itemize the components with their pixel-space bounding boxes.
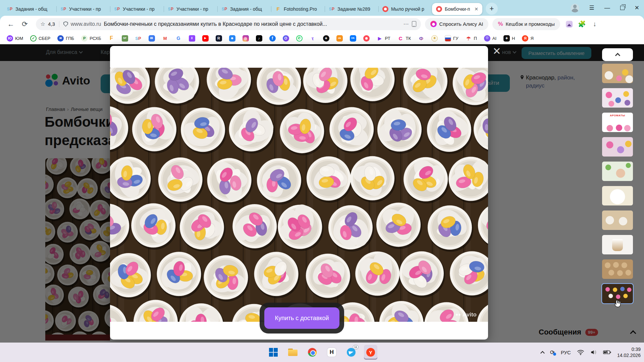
gallery-thumbnail[interactable] <box>602 210 633 230</box>
battery-charging-icon[interactable] <box>603 350 611 355</box>
bookmark[interactable]: G <box>175 35 182 42</box>
h-app-button[interactable]: H <box>325 345 338 360</box>
downloads-icon[interactable]: ↓ <box>591 20 598 28</box>
yandex-browser-button[interactable]: Y <box>364 345 377 360</box>
clock-time[interactable]: 0:39 <box>617 346 641 352</box>
bookmark-icon: f <box>269 35 276 42</box>
mouse-hand-cursor <box>613 299 622 308</box>
bookmark[interactable]: ‖ <box>189 35 195 42</box>
tab-title: Задания - общ <box>230 6 267 12</box>
bookmark-icon: O <box>283 35 289 42</box>
bookmark[interactable]: ✆ <box>296 35 303 42</box>
address-bar[interactable]: ☆ 4,3 www.avito.ru Бомбочки-печеньки с п… <box>36 18 421 30</box>
cashback-button[interactable]: % Кешбэк и промокоды <box>492 18 560 30</box>
tab-title: Fotohosting.Pro <box>284 6 321 12</box>
bookmark[interactable]: ГУ <box>445 35 458 42</box>
bookmark[interactable]: M <box>162 35 168 42</box>
browser-tab[interactable]: SP Задания - общ <box>217 3 271 15</box>
buy-with-delivery-button[interactable]: Купить с доставкой <box>264 307 339 329</box>
bookmark[interactable]: ✦ <box>323 35 329 42</box>
bookmark[interactable]: ▶ РТ <box>377 35 390 42</box>
bookmark[interactable]: F <box>108 35 115 42</box>
site-url[interactable]: www.avito.ru <box>71 21 101 27</box>
clock-date[interactable]: 14.02.2026 <box>617 352 641 358</box>
browser-tab[interactable]: SP Участники - пр <box>56 3 110 15</box>
gallery-thumbnail[interactable] <box>602 235 633 254</box>
bookmark[interactable] <box>363 35 370 42</box>
bookmark[interactable]: ◎ <box>243 35 249 42</box>
browser-tab[interactable]: SP Задание №289 <box>325 3 378 15</box>
tray-expand-icon[interactable] <box>540 351 545 355</box>
bookmark[interactable]: R <box>216 35 222 42</box>
bookmark[interactable]: Р РСХБ <box>81 35 101 42</box>
volume-icon[interactable] <box>590 349 597 355</box>
ask-alice-button[interactable]: Спросить Алису AI <box>425 18 489 30</box>
browser-tab[interactable]: F Fotohosting.Pro <box>271 3 325 15</box>
reload-button[interactable]: ⟳ <box>22 20 28 28</box>
gallery-thumbnail[interactable] <box>602 88 633 108</box>
new-tab-button[interactable]: + <box>486 3 498 15</box>
lightbox-close-icon[interactable]: ✕ <box>491 45 503 57</box>
bookmark[interactable]: С ТК <box>397 35 411 42</box>
tab-favicon: SP <box>168 6 174 12</box>
extensions-icon[interactable]: 🧩 <box>578 20 586 28</box>
bookmark[interactable]: ✶ <box>431 35 438 42</box>
bookmark[interactable]: ✉ <box>149 35 155 42</box>
bookmark[interactable]: AI <box>484 35 496 42</box>
start-button[interactable] <box>267 345 280 360</box>
bookmark[interactable]: ✦ Н <box>503 35 515 42</box>
tab-favicon <box>436 6 442 12</box>
gallery-thumbnail[interactable] <box>602 137 633 157</box>
close-window-button[interactable]: ✕ <box>635 4 639 11</box>
bookmark[interactable]: ✓ СБЕР <box>30 35 50 42</box>
bookmark[interactable]: Ф <box>418 35 424 42</box>
bookmark-label: ГПБ <box>66 36 74 41</box>
wifi-icon[interactable] <box>577 349 584 355</box>
bookmark[interactable]: ok <box>336 35 343 42</box>
minimize-button[interactable]: — <box>604 5 610 11</box>
browser-tab[interactable]: SP Участники - пр <box>164 3 217 15</box>
telegram-button[interactable]: 11 <box>344 345 358 360</box>
bookmark[interactable]: ☻ <box>229 35 235 42</box>
bookmark[interactable]: τ <box>310 35 316 42</box>
bookmark[interactable]: SF <box>122 35 128 42</box>
security-shield-icon[interactable] <box>63 21 68 27</box>
gallery-thumbnail[interactable] <box>602 186 633 205</box>
thumbnails-scroll-up-button[interactable] <box>602 48 633 61</box>
browser-tab[interactable]: Мыло ручной р <box>378 3 432 15</box>
bookmark[interactable]: Ю ЮМ <box>7 35 23 42</box>
maximize-button[interactable] <box>620 6 625 10</box>
bookmark[interactable]: Я Я <box>522 35 533 42</box>
bookmark[interactable]: ≋ ГПБ <box>57 35 74 42</box>
browser-tab[interactable]: SP Участники - пр <box>110 3 164 15</box>
gallery-photo[interactable] <box>110 68 488 322</box>
back-button[interactable]: ← <box>7 20 14 28</box>
bookmark[interactable]: SP <box>135 35 142 42</box>
gallery-thumbnail[interactable] <box>602 64 633 83</box>
browser-tab[interactable]: Бомбочки-п ✕ <box>432 3 482 15</box>
gallery-thumbnail[interactable]: АРОМАТЫ <box>602 113 633 132</box>
screenshot-extension-icon[interactable] <box>566 20 573 28</box>
tab-favicon <box>382 6 388 12</box>
language-indicator[interactable]: РУС <box>561 350 571 355</box>
bookmark-flag-icon[interactable]: ⌄ <box>412 21 416 27</box>
bookmark[interactable]: f <box>269 35 276 42</box>
bookmark-icon: Р <box>81 35 88 42</box>
sync-tray-icon[interactable]: ⟳ <box>550 349 555 356</box>
bookmark[interactable]: ☂ П <box>465 35 477 42</box>
chrome-button[interactable] <box>306 345 319 360</box>
gallery-thumbnail[interactable] <box>602 259 633 279</box>
bookmark[interactable]: VK <box>350 35 356 42</box>
bookmark-icon: F <box>108 35 115 42</box>
bookmark[interactable]: ▶ <box>202 35 209 42</box>
star-rating-icon[interactable]: ☆ <box>41 21 45 27</box>
tab-close-icon[interactable]: ✕ <box>474 6 478 12</box>
browser-tab[interactable]: SP Задания - общ <box>3 3 56 15</box>
bookmark[interactable]: O <box>283 35 289 42</box>
gallery-thumbnail[interactable] <box>602 162 633 181</box>
bookmark[interactable]: ♪ <box>256 35 262 42</box>
browser-menu-icon[interactable]: ☰ <box>589 4 594 11</box>
file-explorer-button[interactable] <box>286 345 300 360</box>
profile-avatar[interactable] <box>571 4 579 12</box>
more-actions-icon[interactable]: ⋯ <box>404 21 409 27</box>
